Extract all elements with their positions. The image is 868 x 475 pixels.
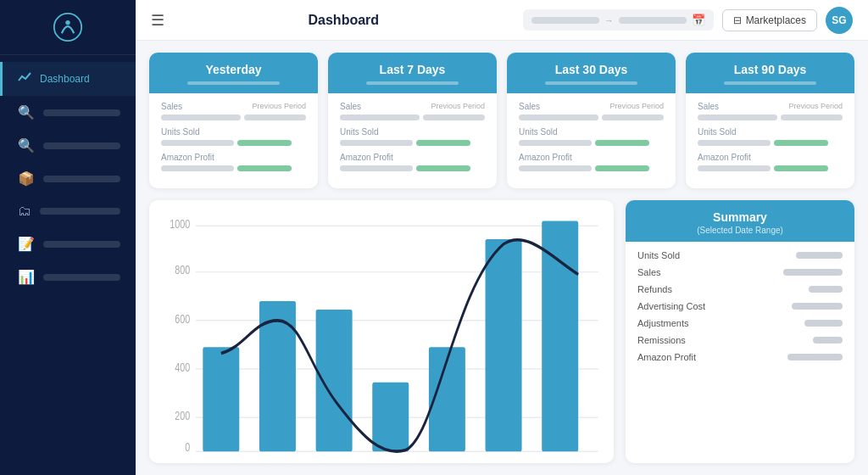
svg-rect-20: [542, 221, 578, 452]
bar-units-current-90: [698, 140, 771, 146]
box-icon: 📦: [18, 170, 35, 187]
sidebar-item-label-dashboard: Dashboard: [40, 73, 90, 85]
svg-text:400: 400: [175, 360, 190, 374]
bar-profit-prev-7: [416, 165, 471, 171]
main: ☰ Dashboard → 📅 ⊟ Marketplaces SG Yester…: [136, 0, 868, 475]
summary-body: Units Sold Sales Refunds Advertising Cos…: [626, 242, 854, 371]
sidebar-item-folder[interactable]: 🗂: [0, 195, 136, 227]
metric-prev-label-90: Previous Period: [788, 102, 843, 111]
svg-point-1: [65, 20, 70, 25]
svg-text:0: 0: [185, 441, 190, 455]
metric-units-yesterday: Units Sold: [161, 127, 306, 146]
hamburger-menu[interactable]: ☰: [151, 11, 164, 30]
summary-bar-units: [796, 252, 843, 259]
metric-label-profit-7: Amazon Profit: [340, 153, 393, 162]
period-card-body-yesterday: Sales Previous Period Units Sold: [149, 93, 318, 188]
metric-sales-last30: Sales Previous Period: [519, 102, 664, 120]
summary-subtitle: (Selected Date Range): [632, 226, 848, 235]
svg-rect-19: [486, 239, 522, 451]
summary-header: Summary (Selected Date Range): [626, 200, 854, 242]
period-title-last30: Last 30 Days: [555, 63, 628, 76]
metric-units-last7: Units Sold: [340, 127, 485, 146]
summary-row-adjustments: Adjustments: [637, 318, 843, 328]
metric-profit-last7: Amazon Profit: [340, 153, 485, 171]
sidebar-item-edit[interactable]: 📝: [0, 227, 136, 260]
svg-text:800: 800: [175, 264, 190, 277]
search-icon-1: 🔍: [18, 104, 35, 120]
bar-units-current-30: [519, 140, 592, 146]
svg-rect-17: [372, 383, 409, 452]
period-title-last90: Last 90 Days: [734, 63, 807, 76]
chart-container: 1000 800 600 400 200 0: [149, 200, 614, 463]
period-card-header-last7: Last 7 Days: [328, 53, 497, 93]
svg-text:600: 600: [175, 312, 190, 326]
bar-sales-prev-7: [423, 115, 485, 120]
svg-text:1000: 1000: [170, 218, 190, 232]
chart-area: 1000 800 600 400 200 0: [163, 214, 600, 456]
header-bar-last7: [366, 81, 459, 85]
metric-label-profit-30: Amazon Profit: [519, 153, 572, 162]
summary-label-adjustments: Adjustments: [637, 318, 689, 328]
bar-profit-current-y: [161, 165, 234, 171]
svg-rect-14: [203, 347, 239, 451]
summary-bar-refunds: [809, 286, 843, 293]
summary-label-profit: Amazon Profit: [637, 352, 696, 362]
metric-label-units-90: Units Sold: [698, 127, 737, 137]
summary-row-refunds: Refunds: [637, 284, 843, 294]
metric-sales-last90: Sales Previous Period: [698, 102, 843, 120]
summary-row-sales: Sales: [637, 267, 843, 277]
sidebar-item-table[interactable]: 📊: [0, 260, 136, 293]
edit-icon: 📝: [18, 236, 35, 252]
filter-icon: ⊟: [733, 14, 742, 26]
metric-prev-label-7: Previous Period: [431, 102, 485, 111]
sidebar-item-search2[interactable]: 🔍: [0, 129, 136, 162]
bar-profit-current-30: [519, 165, 592, 171]
period-title-last7: Last 7 Days: [380, 63, 446, 76]
header-left: ☰: [151, 11, 164, 30]
bar-units-prev-y: [237, 140, 292, 146]
bar-units-current-7: [340, 140, 413, 146]
page-title: Dashboard: [164, 13, 523, 28]
metric-sales-yesterday: Sales Previous Period: [161, 102, 306, 120]
header-bar-yesterday: [187, 81, 281, 85]
metric-label-units-7: Units Sold: [340, 127, 379, 137]
svg-text:200: 200: [175, 410, 190, 423]
bar-sales-prev-30: [602, 115, 664, 120]
bar-sales-current-y: [161, 115, 241, 120]
sidebar-item-box[interactable]: 📦: [0, 162, 136, 195]
summary-panel: Summary (Selected Date Range) Units Sold…: [626, 200, 854, 463]
bar-profit-prev-y: [237, 165, 292, 171]
metric-sales-last7: Sales Previous Period: [340, 102, 485, 120]
header: ☰ Dashboard → 📅 ⊟ Marketplaces SG: [136, 0, 868, 41]
metric-prev-label-y: Previous Period: [252, 102, 306, 111]
content: Yesterday Sales Previous Period: [136, 41, 868, 475]
header-bar-last90: [724, 81, 817, 85]
period-card-body-last90: Sales Previous Period Units Sold: [686, 93, 854, 188]
summary-row-units: Units Sold: [637, 250, 843, 260]
metric-label-sales-90: Sales: [698, 102, 719, 111]
period-card-header-last30: Last 30 Days: [507, 53, 676, 93]
metric-label-sales-y: Sales: [161, 102, 182, 111]
bar-sales-current-30: [519, 115, 598, 120]
bar-sales-prev-y: [244, 115, 306, 120]
metric-label-sales-30: Sales: [519, 102, 540, 111]
date-to: [619, 17, 687, 24]
metric-profit-last90: Amazon Profit: [698, 153, 843, 171]
period-card-header-last90: Last 90 Days: [686, 53, 854, 93]
folder-icon: 🗂: [18, 204, 31, 219]
metric-units-last90: Units Sold: [698, 127, 843, 146]
sidebar-item-search1[interactable]: 🔍: [0, 96, 136, 129]
marketplaces-button[interactable]: ⊟ Marketplaces: [722, 9, 817, 31]
period-cards: Yesterday Sales Previous Period: [149, 53, 854, 188]
chart-svg: 1000 800 600 400 200 0: [163, 214, 600, 456]
metric-label-units-30: Units Sold: [519, 127, 558, 137]
metric-prev-label-30: Previous Period: [609, 102, 664, 111]
bar-units-current-y: [161, 140, 234, 146]
date-range-picker[interactable]: → 📅: [523, 9, 714, 31]
summary-row-profit: Amazon Profit: [637, 352, 843, 362]
sidebar-item-dashboard[interactable]: Dashboard: [0, 62, 136, 96]
sidebar-nav: Dashboard 🔍 🔍 📦 🗂 📝 📊: [0, 55, 136, 293]
summary-label-remissions: Remissions: [637, 335, 686, 345]
period-card-body-last7: Sales Previous Period Units Sold: [328, 93, 497, 188]
metric-label-profit-y: Amazon Profit: [161, 153, 214, 162]
